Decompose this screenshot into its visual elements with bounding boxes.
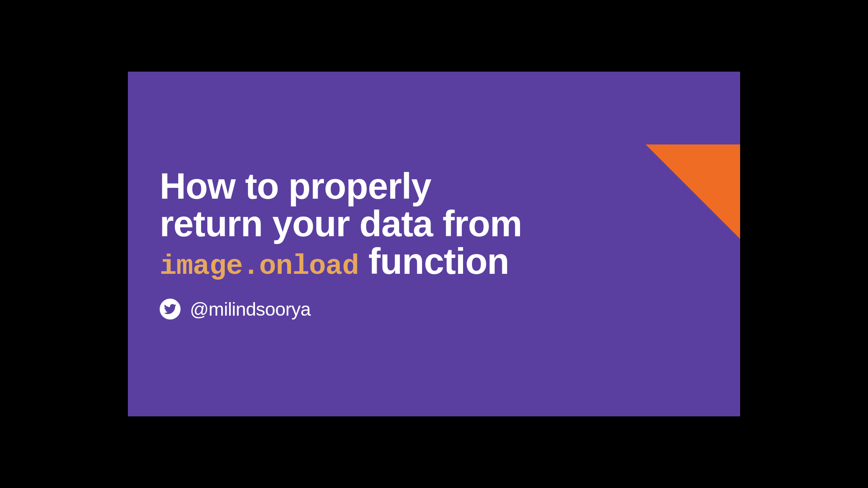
twitter-icon [160,299,181,320]
headline-line-1: How to properly [160,166,431,206]
headline-line-2: return your data from [160,203,522,244]
headline: How to properly return your data from im… [160,168,708,281]
promo-card: How to properly return your data from im… [128,72,740,416]
social-row: @milindsoorya [160,299,708,320]
headline-code: image.onload [160,250,359,282]
headline-line-3: function [359,241,509,282]
content-block: How to properly return your data from im… [160,168,708,320]
twitter-handle: @milindsoorya [190,299,311,320]
